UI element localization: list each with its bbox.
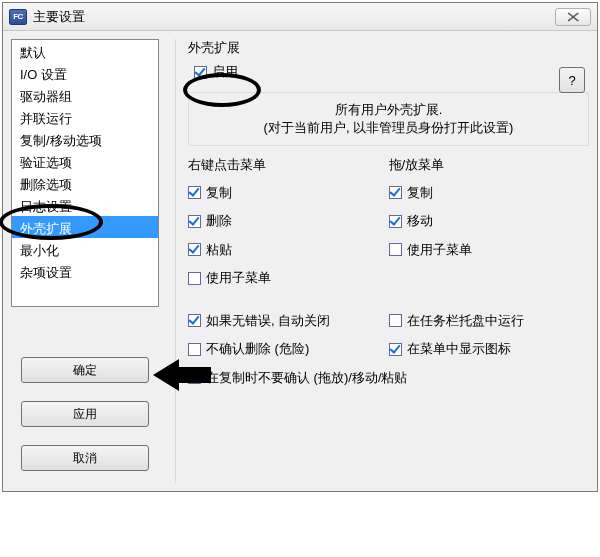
apply-button[interactable]: 应用 [21, 401, 149, 427]
checkbox-label: 在复制时不要确认 (拖放)/移动/粘贴 [206, 369, 408, 387]
checkbox-label: 粘贴 [206, 241, 232, 259]
checkbox-icon [188, 186, 201, 199]
checkbox-icon [188, 243, 201, 256]
sidebar-item[interactable]: 驱动器组 [12, 84, 158, 106]
checkbox-icon [188, 343, 201, 356]
app-icon: FC [9, 9, 27, 25]
right-click-menu-title: 右键点击菜单 [188, 156, 389, 174]
ok-button[interactable]: 确定 [21, 357, 149, 383]
checkbox-label: 如果无错误, 自动关闭 [206, 312, 330, 330]
sidebar-item[interactable]: 并联运行 [12, 106, 158, 128]
enable-label: 启用 [212, 63, 238, 81]
window-title: 主要设置 [33, 8, 555, 26]
right-click-option[interactable]: 使用子菜单 [188, 269, 271, 287]
checkbox-label: 使用子菜单 [407, 241, 472, 259]
checkbox-label: 在菜单中显示图标 [407, 340, 511, 358]
category-listbox[interactable]: 默认I/O 设置驱动器组并联运行复制/移动选项验证选项删除选项日志设置外壳扩展最… [11, 39, 159, 307]
close-icon [566, 12, 580, 22]
checkbox-label: 复制 [407, 184, 433, 202]
sidebar-item[interactable]: 日志设置 [12, 194, 158, 216]
checkbox-icon [194, 66, 207, 79]
misc-option[interactable]: 在任务栏托盘中运行 [389, 312, 524, 330]
misc-option[interactable]: 在菜单中显示图标 [389, 340, 511, 358]
right-click-option[interactable]: 粘贴 [188, 241, 232, 259]
checkbox-label: 移动 [407, 212, 433, 230]
checkbox-label: 不确认删除 (危险) [206, 340, 309, 358]
checkbox-icon [188, 215, 201, 228]
drag-drop-option[interactable]: 复制 [389, 184, 433, 202]
bottom-options: 如果无错误, 自动关闭在任务栏托盘中运行不确认删除 (危险)在菜单中显示图标在复… [188, 312, 589, 388]
enable-checkbox[interactable]: 启用 [194, 63, 238, 81]
sidebar-item[interactable]: 外壳扩展 [12, 216, 158, 238]
misc-option[interactable]: 如果无错误, 自动关闭 [188, 312, 330, 330]
checkbox-icon [188, 371, 201, 384]
checkbox-icon [389, 243, 402, 256]
sidebar-item[interactable]: I/O 设置 [12, 62, 158, 84]
sidebar-item[interactable]: 复制/移动选项 [12, 128, 158, 150]
checkbox-label: 删除 [206, 212, 232, 230]
right-click-option[interactable]: 复制 [188, 184, 232, 202]
info-line-1: 所有用户外壳扩展. [199, 101, 578, 119]
checkbox-label: 在任务栏托盘中运行 [407, 312, 524, 330]
checkbox-icon [188, 272, 201, 285]
sidebar-item[interactable]: 最小化 [12, 238, 158, 260]
drag-drop-option[interactable]: 移动 [389, 212, 433, 230]
close-button[interactable] [555, 8, 591, 26]
drag-drop-menu-column: 拖/放菜单 复制移动使用子菜单 [389, 156, 590, 298]
info-groupbox: 所有用户外壳扩展. (对于当前用户, 以非管理员身份打开此设置) [188, 92, 589, 146]
sidebar-item[interactable]: 杂项设置 [12, 260, 158, 282]
left-column: 默认I/O 设置驱动器组并联运行复制/移动选项验证选项删除选项日志设置外壳扩展最… [11, 39, 159, 483]
misc-option[interactable]: 不确认删除 (危险) [188, 340, 309, 358]
right-click-menu-column: 右键点击菜单 复制删除粘贴使用子菜单 [188, 156, 389, 298]
sidebar-item[interactable]: 默认 [12, 40, 158, 62]
checkbox-icon [389, 215, 402, 228]
cancel-button[interactable]: 取消 [21, 445, 149, 471]
checkbox-icon [389, 343, 402, 356]
settings-panel: 外壳扩展 ? 启用 所有用户外壳扩展. (对于当前用户, 以非管理员身份打开此设… [175, 39, 589, 483]
misc-option[interactable]: 在复制时不要确认 (拖放)/移动/粘贴 [188, 369, 408, 387]
checkbox-icon [389, 314, 402, 327]
panel-title: 外壳扩展 [188, 39, 589, 57]
info-line-2: (对于当前用户, 以非管理员身份打开此设置) [199, 119, 578, 137]
drag-drop-option[interactable]: 使用子菜单 [389, 241, 472, 259]
help-button[interactable]: ? [559, 67, 585, 93]
drag-drop-menu-title: 拖/放菜单 [389, 156, 590, 174]
checkbox-label: 复制 [206, 184, 232, 202]
checkbox-icon [389, 186, 402, 199]
right-click-option[interactable]: 删除 [188, 212, 232, 230]
sidebar-item[interactable]: 验证选项 [12, 150, 158, 172]
sidebar-item[interactable]: 删除选项 [12, 172, 158, 194]
checkbox-icon [188, 314, 201, 327]
titlebar: FC 主要设置 [3, 3, 597, 31]
settings-window: FC 主要设置 默认I/O 设置驱动器组并联运行复制/移动选项验证选项删除选项日… [2, 2, 598, 492]
checkbox-label: 使用子菜单 [206, 269, 271, 287]
